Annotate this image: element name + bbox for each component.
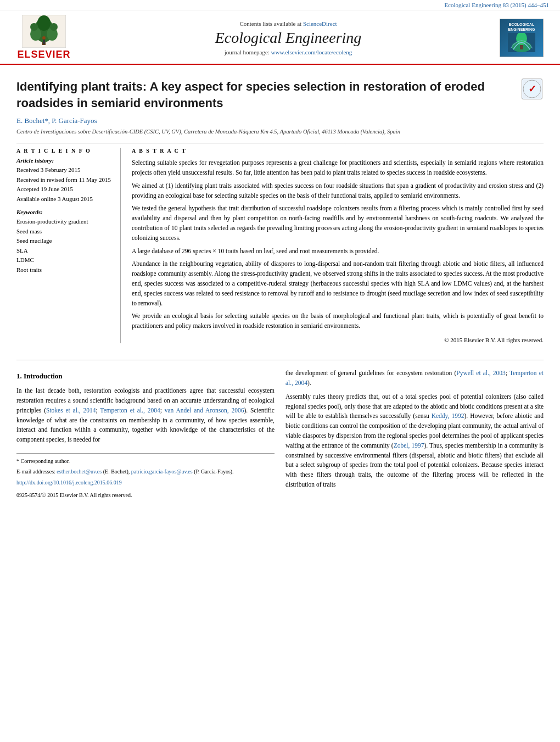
available-date: Available online 3 August 2015 [16, 194, 112, 204]
journal-ref-bar: Ecological Engineering 83 (2015) 444–451 [0, 0, 560, 10]
body-col-left: 1. Introduction In the last decade both,… [16, 369, 275, 503]
svg-point-7 [50, 23, 58, 31]
eco-eng-badge: ECOLOGICAL ENGINEERING [500, 19, 544, 57]
title-section: Identifying plant traits: A key aspect f… [16, 79, 544, 111]
svg-rect-9 [43, 40, 45, 44]
info-abstract-section: A R T I C L E I N F O Article history: R… [16, 143, 544, 343]
article-info-header: A R T I C L E I N F O [16, 148, 112, 154]
body-col-right: the development of general guidelines fo… [285, 369, 544, 503]
body-intro-para: In the last decade both, restoration eco… [16, 386, 275, 445]
badge-image-icon [508, 33, 535, 52]
svg-text:✓: ✓ [528, 83, 536, 94]
keywords-title: Keywords: [16, 209, 112, 215]
section1-heading: 1. Introduction [16, 371, 275, 382]
page: Ecological Engineering 83 (2015) 444–451 [0, 0, 560, 503]
header-center: Contents lists available at ScienceDirec… [77, 20, 500, 55]
ref-temperton1[interactable]: Temperton et al., 2004 [100, 407, 160, 414]
corresponding-note: * Corresponding author. [16, 457, 275, 466]
footnote-section: * Corresponding author. E-mail addresses… [16, 453, 275, 476]
accepted-date: Accepted 19 June 2015 [16, 185, 112, 194]
contents-line: Contents lists available at ScienceDirec… [77, 20, 500, 27]
keywords-section: Keywords: Erosion-productivity gradient … [16, 209, 112, 275]
keyword-6: Root traits [16, 265, 112, 275]
abstract-para-1: Selecting suitable species for revegetat… [132, 158, 544, 178]
elsevier-logo: ELSEVIER [11, 15, 77, 60]
history-title: Article history: [16, 157, 112, 164]
keyword-1: Erosion-productivity gradient [16, 217, 112, 227]
abstract-para-5: Abundance in the neighbouring vegetation… [132, 259, 544, 308]
body-columns: 1. Introduction In the last decade both,… [0, 369, 560, 503]
body-divider [16, 360, 544, 360]
elsevier-tree-icon [22, 15, 66, 48]
author-names: E. Bochet*, P. García-Fayos [16, 116, 97, 125]
authors-line: E. Bochet*, P. García-Fayos [16, 116, 544, 125]
license-line: 0925-8574/© 2015 Elsevier B.V. All right… [16, 491, 275, 500]
homepage-url[interactable]: www.elsevier.com/locate/ecoleng [271, 49, 352, 55]
email2-link[interactable]: patricio.garcia-fayos@uv.es [131, 468, 193, 475]
article-title-container: Identifying plant traits: A key aspect f… [16, 79, 513, 111]
keyword-3: Seed mucilage [16, 236, 112, 246]
crossmark-icon: ✓ [522, 79, 542, 99]
keyword-5: LDMC [16, 255, 112, 265]
ref-zobel[interactable]: Zobel, 1997 [394, 442, 424, 449]
svg-point-6 [30, 23, 38, 31]
email-line: E-mail addresses: esther.bochet@uv.es (E… [16, 467, 275, 476]
ref-keddy[interactable]: Keddy, 1992 [432, 412, 464, 419]
abstract-header: A B S T R A C T [132, 148, 544, 154]
abstract-section: A B S T R A C T Selecting suitable speci… [132, 148, 544, 343]
doi-section: http://dx.doi.org/10.1016/j.ecoleng.2015… [16, 478, 275, 499]
eco-eng-badge-container: ECOLOGICAL ENGINEERING [500, 19, 549, 57]
abstract-para-6: We provide an ecological basis for selec… [132, 311, 544, 331]
article-info: A R T I C L E I N F O Article history: R… [16, 148, 121, 343]
article-content: Identifying plant traits: A key aspect f… [0, 65, 560, 352]
journal-title: Ecological Engineering [77, 29, 500, 47]
crossmark-badge[interactable]: ✓ [522, 79, 544, 101]
elsevier-label: ELSEVIER [17, 49, 70, 60]
svg-point-5 [37, 15, 51, 31]
history-section: Article history: Received 3 February 201… [16, 157, 112, 203]
email1-link[interactable]: esther.bochet@uv.es [57, 468, 102, 475]
journal-ref-text: Ecological Engineering 83 (2015) 444–451 [444, 2, 549, 8]
sciencedirect-link[interactable]: ScienceDirect [303, 20, 337, 27]
badge-title1: ECOLOGICAL [509, 22, 535, 27]
svg-point-8 [42, 36, 46, 40]
copyright-notice: © 2015 Elsevier B.V. All rights reserved… [132, 337, 544, 343]
ref-vanandel[interactable]: van Andel and Aronson, 2006 [165, 407, 244, 414]
ref-pywell[interactable]: Pywell et al., 2003 [456, 370, 506, 376]
body-right-para-1: the development of general guidelines fo… [285, 369, 544, 388]
body-right-para-2: Assembly rules theory predicts that, out… [285, 392, 544, 490]
article-title: Identifying plant traits: A key aspect f… [16, 79, 513, 111]
journal-header: ELSEVIER Contents lists available at Sci… [0, 10, 560, 65]
abstract-para-2: We aimed at (1) identifying plant traits… [132, 181, 544, 201]
doi-line: http://dx.doi.org/10.1016/j.ecoleng.2015… [16, 478, 275, 487]
doi-link[interactable]: http://dx.doi.org/10.1016/j.ecoleng.2015… [16, 479, 122, 486]
keyword-2: Seed mass [16, 227, 112, 237]
ref-stokes[interactable]: Stokes et al., 2014 [46, 407, 96, 414]
revised-date: Received in revised form 11 May 2015 [16, 175, 112, 185]
keyword-4: SLA [16, 246, 112, 256]
affiliation: Centro de Investigaciones sobre Desertif… [16, 128, 544, 136]
elsevier-logo-container: ELSEVIER [11, 15, 77, 60]
received-date: Received 3 February 2015 [16, 165, 112, 175]
abstract-para-4: A large database of 296 species × 10 tra… [132, 247, 544, 256]
homepage-line: journal homepage: www.elsevier.com/locat… [77, 49, 500, 55]
badge-title2: ENGINEERING [508, 27, 535, 32]
abstract-para-3: We tested the general hypothesis that tr… [132, 204, 544, 243]
